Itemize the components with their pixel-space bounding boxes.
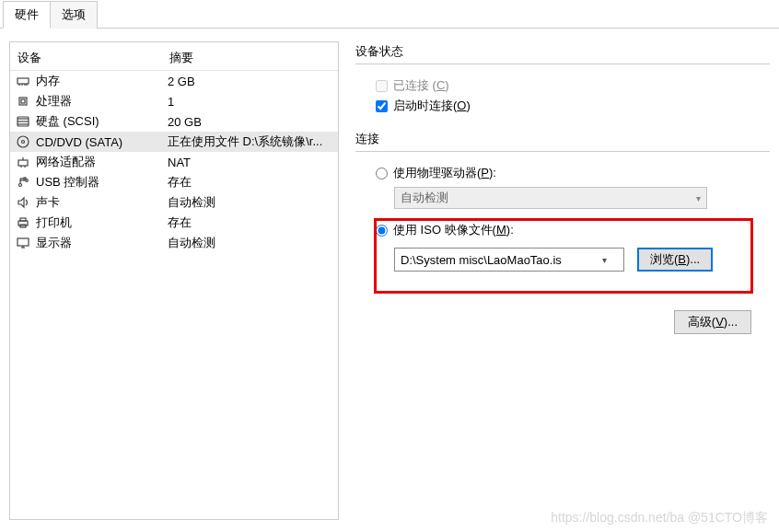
device-summary: 存在	[168, 214, 332, 231]
column-device: 设备	[17, 50, 169, 66]
device-row[interactable]: USB 控制器存在	[10, 172, 338, 192]
iso-path-input[interactable]: D:\System misc\LaoMaoTao.is ▾	[394, 248, 624, 272]
svg-point-17	[19, 184, 22, 187]
device-summary: 存在	[168, 174, 332, 191]
usb-icon	[16, 175, 30, 190]
cpu-icon	[16, 94, 30, 109]
connection-group: 使用物理驱动器(P): 自动检测 ▾ 使用 ISO 映像文件(M): D:\Sy…	[355, 151, 770, 284]
device-row[interactable]: 显示器自动检测	[10, 233, 338, 253]
device-row[interactable]: 打印机存在	[10, 213, 338, 233]
advanced-button[interactable]: 高级(V)...	[674, 310, 751, 334]
device-row[interactable]: 网络适配器NAT	[10, 152, 338, 172]
svg-rect-26	[17, 238, 29, 246]
memory-icon	[16, 74, 30, 88]
disk-icon	[16, 114, 30, 129]
device-summary: NAT	[168, 156, 332, 169]
checkbox-connected: 已连接 (C)	[376, 77, 770, 94]
device-row[interactable]: 内存2 GB	[10, 71, 338, 91]
checkbox-connect-at-poweron[interactable]: 启动时连接(O)	[376, 98, 770, 114]
network-icon	[16, 155, 30, 169]
radio-use-iso-input[interactable]	[376, 225, 388, 237]
svg-rect-13	[18, 160, 28, 166]
radio-physical-drive-input[interactable]	[376, 168, 388, 179]
device-row[interactable]: CD/DVD (SATA)正在使用文件 D:\系统镜像\r...	[10, 132, 338, 152]
device-label: 显示器	[36, 235, 168, 251]
device-summary: 正在使用文件 D:\系统镜像\r...	[168, 133, 332, 150]
device-row[interactable]: 声卡自动检测	[10, 192, 338, 213]
radio-physical-drive[interactable]: 使用物理驱动器(P):	[376, 165, 770, 181]
column-summary: 摘要	[169, 50, 193, 66]
chevron-down-icon: ▾	[696, 193, 701, 203]
connection-group-title: 连接	[355, 131, 770, 147]
svg-rect-22	[24, 178, 26, 179]
printer-icon	[16, 215, 30, 230]
device-summary: 20 GB	[168, 115, 332, 129]
device-summary: 2 GB	[168, 75, 332, 88]
svg-point-11	[17, 136, 29, 147]
svg-rect-5	[19, 98, 27, 105]
device-label: CD/DVD (SATA)	[36, 135, 168, 149]
tab-hardware[interactable]: 硬件	[3, 1, 51, 29]
chevron-down-icon: ▾	[602, 255, 607, 265]
settings-panel: 设备状态 已连接 (C) 启动时连接(O) 连接 使用物理驱动器(P): 自动检…	[355, 41, 770, 520]
device-label: 内存	[36, 73, 168, 89]
tab-options[interactable]: 选项	[50, 1, 98, 29]
svg-rect-6	[21, 99, 25, 103]
status-group: 已连接 (C) 启动时连接(O)	[355, 64, 770, 131]
device-label: 硬盘 (SCSI)	[36, 113, 168, 130]
checkbox-connect-at-poweron-input[interactable]	[376, 100, 388, 112]
device-label: USB 控制器	[36, 174, 168, 191]
device-label: 声卡	[36, 194, 168, 211]
sound-icon	[16, 195, 30, 210]
iso-path-value: D:\System misc\LaoMaoTao.is	[401, 253, 562, 267]
tab-bar: 硬件 选项	[0, 0, 779, 29]
device-label: 网络适配器	[36, 154, 168, 170]
device-list-header: 设备 摘要	[10, 48, 338, 71]
physical-drive-select[interactable]: 自动检测 ▾	[394, 187, 707, 209]
display-icon	[16, 236, 30, 250]
svg-rect-24	[20, 218, 26, 221]
device-label: 打印机	[36, 214, 168, 231]
svg-point-12	[22, 141, 25, 144]
device-row[interactable]: 硬盘 (SCSI)20 GB	[10, 111, 338, 132]
checkbox-connected-input	[376, 80, 388, 92]
browse-button[interactable]: 浏览(B)...	[637, 248, 713, 272]
radio-use-iso[interactable]: 使用 ISO 映像文件(M):	[376, 222, 770, 238]
device-summary: 1	[168, 95, 332, 109]
device-summary: 自动检测	[168, 235, 332, 251]
device-summary: 自动检测	[168, 194, 332, 211]
device-list-panel: 设备 摘要 内存2 GB处理器1硬盘 (SCSI)20 GBCD/DVD (SA…	[9, 41, 339, 520]
physical-drive-select-value: 自动检测	[401, 190, 448, 206]
device-label: 处理器	[36, 93, 168, 110]
device-row[interactable]: 处理器1	[10, 91, 338, 111]
cd-icon	[16, 134, 30, 149]
svg-rect-0	[17, 78, 29, 84]
status-group-title: 设备状态	[355, 43, 770, 60]
